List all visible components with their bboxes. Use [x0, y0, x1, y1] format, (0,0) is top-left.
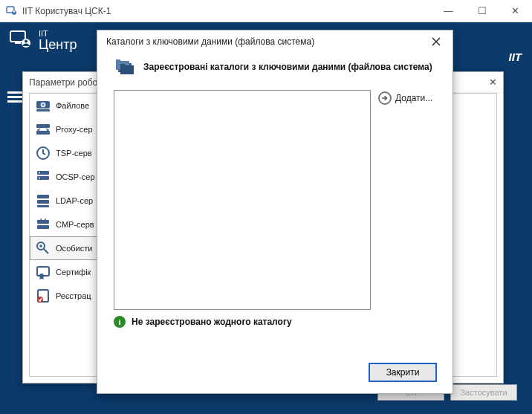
svg-rect-13 — [36, 109, 50, 111]
titlebar: ІІТ Користувач ЦСК-1 — ☐ ✕ — [0, 0, 532, 22]
brand-right-logo: IIT — [509, 51, 522, 63]
tab-label: OCSP-сер — [56, 172, 95, 181]
catalog-listbox[interactable] — [114, 90, 371, 310]
dialog-title: Каталоги з ключовими даними (файлова сис… — [106, 36, 314, 47]
window-buttons: — ☐ ✕ — [432, 0, 532, 22]
svg-point-20 — [39, 178, 40, 179]
svg-rect-21 — [37, 195, 49, 198]
svg-rect-23 — [37, 205, 49, 207]
tab-label: Реєстрац — [56, 291, 91, 300]
key-search-icon — [35, 240, 51, 256]
tab-label: LDAP-сер — [56, 196, 93, 205]
tab-label: Файлове — [56, 101, 89, 110]
dialog-header: Зареєстровані каталоги з ключовими даним… — [97, 53, 452, 84]
tab-label: Сертифік — [56, 268, 91, 276]
cmp-icon — [35, 216, 51, 233]
svg-rect-4 — [15, 42, 21, 44]
tab-label: Особисти — [56, 244, 92, 253]
brand-icon — [9, 28, 33, 52]
directory-icon — [35, 193, 51, 209]
svg-point-19 — [39, 172, 40, 174]
svg-rect-15 — [36, 131, 50, 135]
brand-text-top: ІІТ — [39, 30, 77, 38]
add-arrow-icon — [378, 91, 392, 105]
certificate-icon — [35, 264, 51, 280]
svg-rect-22 — [37, 200, 49, 204]
registration-icon — [35, 288, 51, 304]
folders-icon — [114, 56, 136, 78]
hdd-icon — [35, 97, 51, 114]
dialog-titlebar: Каталоги з ключовими даними (файлова сис… — [97, 30, 452, 53]
close-button[interactable]: Закрити — [369, 363, 436, 381]
svg-point-2 — [13, 10, 15, 12]
brand-text-bottom: Центр — [39, 38, 77, 51]
add-catalog-label: Додати... — [395, 93, 432, 103]
svg-point-6 — [25, 40, 27, 43]
parameters-title: Параметри робо — [29, 77, 97, 88]
svg-rect-25 — [37, 225, 49, 229]
tab-label: CMP-серв — [56, 220, 94, 229]
dialog-close-icon[interactable] — [429, 34, 444, 49]
server-icon — [35, 169, 51, 185]
hamburger-icon[interactable] — [7, 91, 24, 107]
proxy-icon — [35, 121, 51, 138]
svg-point-27 — [39, 245, 42, 248]
svg-rect-8 — [7, 96, 24, 98]
status-row: i Не зареєстровано жодного каталогу — [114, 316, 292, 328]
apply-button[interactable]: Застосувати — [450, 384, 517, 401]
app-icon — [6, 5, 18, 17]
dialog-footer: Закрити — [369, 363, 436, 381]
svg-rect-9 — [7, 100, 24, 103]
status-text: Не зареєстровано жодного каталогу — [132, 317, 292, 327]
close-window-button[interactable]: ✕ — [499, 0, 532, 22]
parameters-close-icon[interactable]: ✕ — [489, 77, 497, 88]
tab-label: Proxy-сер — [56, 125, 93, 134]
maximize-button[interactable]: ☐ — [465, 0, 499, 22]
svg-rect-24 — [37, 220, 49, 224]
info-icon: i — [114, 316, 126, 328]
svg-point-12 — [42, 104, 44, 106]
dialog-header-text: Зареєстровані каталоги з ключовими даним… — [143, 62, 432, 73]
window-title: ІІТ Користувач ЦСК-1 — [22, 6, 432, 16]
minimize-button[interactable]: — — [432, 0, 465, 22]
svg-rect-7 — [7, 91, 24, 94]
clock-icon — [35, 145, 51, 161]
svg-rect-14 — [36, 124, 50, 128]
tab-label: TSP-серв — [56, 149, 92, 158]
key-catalogs-dialog: Каталоги з ключовими даними (файлова сис… — [97, 30, 453, 394]
add-catalog-link[interactable]: Додати... — [378, 91, 432, 105]
